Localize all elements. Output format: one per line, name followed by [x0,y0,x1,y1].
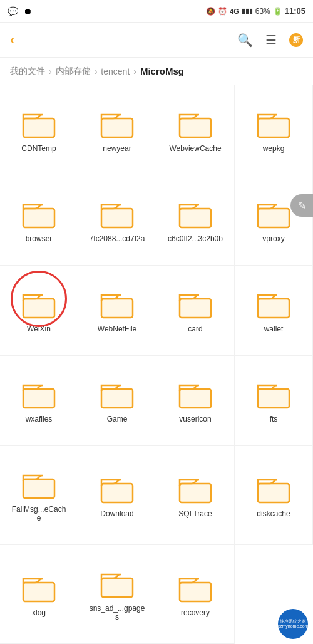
folder-label-7fc2088: 7fc2088...cd7f2a [90,234,145,243]
list-view-button[interactable]: ☰ [265,33,277,48]
svg-rect-18 [180,484,211,502]
svg-rect-6 [180,209,211,227]
folder-item-SQLTrace[interactable]: SQLTrace [156,446,235,545]
file-grid: CDNTempnewyearWebviewCachewepkgbrowser7f… [0,85,313,644]
folder-label-sns_ad: sns_ad_...gpages [89,604,145,621]
svg-rect-12 [23,389,54,408]
breadcrumb-item-2[interactable]: 内部存储 [56,66,91,77]
folder-icon [178,291,213,321]
folder-item-WeiXin[interactable]: WeiXin [0,266,78,356]
breadcrumb-item-4[interactable]: MicroMsg [140,66,184,76]
breadcrumb-sep-1: › [49,66,52,76]
folder-item-c6c0ff2[interactable]: c6c0ff2...3c2b0b [156,175,235,266]
svg-rect-4 [23,209,54,227]
folder-icon [256,475,291,506]
folder-icon [256,200,291,231]
folder-item-7fc2088[interactable]: 7fc2088...cd7f2a [78,175,156,266]
folder-icon [178,475,213,506]
folder-item-browser[interactable]: browser [0,175,78,266]
folder-icon [100,475,135,506]
folder-label-wallet: wallet [264,325,284,333]
edit-icon: ✎ [298,200,306,212]
folder-item-vproxy[interactable]: vproxy [235,175,313,266]
folder-item-vusericon[interactable]: vusericon [156,356,235,446]
folder-icon [21,110,56,140]
svg-rect-21 [101,578,133,597]
status-left-icons: 💬 ⏺ [8,6,32,16]
svg-rect-8 [23,299,54,318]
svg-rect-3 [258,118,289,137]
folder-label-newyear: newyear [103,144,131,153]
folder-item-recovery[interactable]: recovery [156,545,235,644]
svg-rect-16 [23,479,54,498]
folder-icon [178,110,213,140]
folder-label-browser: browser [26,234,53,243]
folder-item-fts[interactable]: fts [235,356,313,446]
folder-label-wxafiles: wxafiles [26,415,53,423]
folder-item-wepkg[interactable]: wepkg [235,85,313,175]
alarm-icon: ⏰ [218,7,227,16]
folder-item-sns_ad[interactable]: sns_ad_...gpages [78,545,156,644]
folder-label-wepkg: wepkg [263,144,285,153]
status-bar: 💬 ⏺ 🔕 ⏰ 4G ▮▮▮ 63% 🔋 11:05 [0,0,313,23]
folder-item-newyear[interactable]: newyear [78,85,156,175]
message-icon: 💬 [8,6,18,16]
svg-rect-9 [101,299,133,318]
folder-label-Game: Game [107,415,128,423]
folder-icon [256,381,291,411]
back-button[interactable]: ‹ [10,32,14,48]
edit-fab[interactable]: ✎ [290,194,313,217]
folder-label-diskcache: diskcache [257,509,290,518]
svg-rect-1 [101,118,133,137]
folder-item-xlog[interactable]: xlog [0,545,78,644]
folder-item-wallet[interactable]: wallet [235,266,313,356]
folder-label-WebviewCache: WebviewCache [169,144,221,153]
folder-label-fts: fts [270,415,278,423]
folder-item-WebviewCache[interactable]: WebviewCache [156,85,235,175]
folder-icon [100,381,135,411]
folder-icon [100,200,135,231]
folder-icon [21,381,56,411]
folder-label-vproxy: vproxy [262,234,284,243]
folder-label-xlog: xlog [32,608,46,617]
folder-item-CDNTemp[interactable]: CDNTemp [0,85,78,175]
svg-rect-19 [258,484,289,502]
status-right-info: 🔕 ⏰ 4G ▮▮▮ 63% 🔋 11:05 [206,6,305,16]
folder-item-Game[interactable]: Game [78,356,156,446]
folder-icon [21,200,56,231]
folder-icon [21,291,56,321]
folder-icon [100,110,135,140]
folder-label-FailMsg: FailMsg...eCache [11,505,67,522]
watermark-text: 纯净系统之家 kzmyhome.com [278,619,308,630]
svg-rect-20 [23,583,54,601]
folder-icon [21,471,56,501]
folder-item-diskcache[interactable]: diskcache [235,446,313,545]
folder-icon [178,574,213,605]
folder-item-Download[interactable]: Download [78,446,156,545]
folder-item-WebNetFile[interactable]: WebNetFile [78,266,156,356]
folder-label-c6c0ff2: c6c0ff2...3c2b0b [168,234,223,243]
battery-icon: 🔋 [273,7,282,16]
record-icon: ⏺ [23,6,32,16]
svg-rect-14 [180,389,211,408]
folder-item-wxafiles[interactable]: wxafiles [0,356,78,446]
folder-icon [178,200,213,231]
breadcrumb-item-3[interactable]: tencent [101,66,130,76]
watermark: 纯净系统之家 kzmyhome.com [278,609,308,639]
folder-icon [256,110,291,140]
svg-rect-7 [258,209,289,227]
breadcrumb-item-1[interactable]: 我的文件 [10,66,45,77]
new-button[interactable]: 新 [289,33,303,47]
svg-rect-15 [258,389,289,408]
battery-level: 63% [255,7,270,16]
folder-item-FailMsg[interactable]: FailMsg...eCache [0,446,78,545]
folder-label-Download: Download [100,509,133,518]
svg-rect-10 [180,299,211,318]
signal-4g: 4G [230,8,239,15]
search-button[interactable]: 🔍 [237,33,253,48]
svg-rect-22 [180,583,211,601]
svg-rect-17 [101,484,133,502]
breadcrumb: 我的文件 › 内部存储 › tencent › MicroMsg [0,58,313,85]
folder-label-CDNTemp: CDNTemp [21,144,56,153]
folder-item-card[interactable]: card [156,266,235,356]
